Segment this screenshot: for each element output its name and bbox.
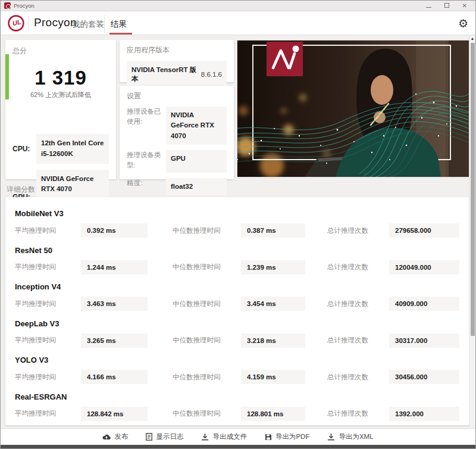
window-bottom-edge [1, 445, 475, 449]
minimize-button[interactable] [426, 3, 431, 9]
median-time-value: 4.159 ms [241, 370, 305, 384]
total-count-value: 279658.000 [389, 223, 459, 238]
show-log-button[interactable]: 显示日志 [146, 432, 183, 441]
download-icon [327, 433, 335, 441]
avg-time-label: 平均推理时间 [15, 300, 81, 308]
save-icon [265, 434, 272, 441]
model-result-block: Inception V4 平均推理时间 3.463 ms 中位数推理时间 3.4… [5, 277, 469, 314]
cpu-value: 12th Gen Intel Core i5-12600K [36, 134, 109, 164]
settings-heading: 设置 [127, 91, 227, 101]
model-name: DeepLab V3 [15, 316, 460, 328]
score-heading: 总分 [12, 46, 109, 56]
procyon-window: Procyon ✕ UL Procyon 我的套装 结果 ⚙ 总分 1 319 … [0, 0, 476, 449]
export-xml-button[interactable]: 导出为XML [327, 432, 373, 441]
maximize-button[interactable] [444, 3, 449, 9]
model-result-block: YOLO V3 平均推理时间 4.166 ms 中位数推理时间 4.159 ms… [5, 351, 469, 388]
app-version-row: NVIDIA TensorRT 版本 8.6.1.6 [127, 61, 227, 88]
hero-image [237, 40, 469, 177]
total-count-value: 1392.000 [389, 407, 459, 421]
ai-logo-icon [267, 42, 303, 76]
avg-time-value: 0.392 ms [81, 223, 148, 238]
model-name: MobileNet V3 [15, 205, 460, 218]
inference-device-value: NVIDIA GeForce RTX 4070 [166, 107, 227, 145]
settings-row-device-type: 推理设备类型: GPU [127, 150, 227, 173]
publish-button[interactable]: 发布 [102, 432, 128, 441]
settings-row-device: 推理设备已使用: NVIDIA GeForce RTX 4070 [127, 107, 227, 145]
avg-time-value: 1.244 ms [81, 260, 148, 275]
model-name: ResNet 50 [15, 242, 460, 255]
settings-row-precision: 精度: float32 [127, 178, 227, 195]
export-file-button[interactable]: 导出成文件 [201, 432, 247, 441]
model-name: Inception V4 [15, 279, 460, 291]
scrollbar-up-button[interactable]: ▲ [470, 36, 475, 41]
close-button[interactable]: ✕ [462, 3, 467, 9]
avg-time-value: 4.166 ms [81, 370, 148, 384]
median-time-label: 中位数推理时间 [173, 263, 241, 272]
app-version-value: 8.6.1.6 [201, 71, 222, 78]
total-count-value: 30317.000 [389, 333, 459, 348]
avg-time-value: 128.842 ms [81, 407, 148, 421]
gpu-line1: NVIDIA GeForce RTX 4070 [41, 174, 104, 195]
total-count-label: 总计推理次数 [327, 336, 389, 345]
tab-separator [104, 15, 105, 33]
median-time-label: 中位数推理时间 [173, 336, 241, 345]
app-version-name: NVIDIA TensorRT 版本 [131, 66, 201, 83]
avg-time-value: 3.463 ms [81, 297, 148, 311]
app-version-panel: 应用程序版本 NVIDIA TensorRT 版本 8.6.1.6 [120, 40, 234, 82]
device-type-value: GPU [166, 150, 227, 173]
svg-text:UL: UL [12, 18, 22, 27]
tab-results[interactable]: 结果 [111, 19, 127, 30]
model-result-block: MobileNet V3 平均推理时间 0.392 ms 中位数推理时间 0.3… [5, 204, 469, 241]
total-count-label: 总计推理次数 [327, 263, 389, 272]
median-time-value: 1.239 ms [241, 260, 305, 275]
score-panel: 总分 1 319 62% 上次测试后降低 CPU: 12th Gen Intel… [5, 40, 116, 179]
total-count-label: 总计推理次数 [327, 226, 389, 235]
device-type-label: 推理设备类型: [127, 150, 166, 173]
median-time-value: 3.454 ms [241, 297, 305, 311]
avg-time-label: 平均推理时间 [15, 373, 81, 382]
avg-time-label: 平均推理时间 [15, 409, 81, 418]
total-count-label: 总计推理次数 [327, 409, 389, 418]
titlebar: Procyon ✕ [1, 1, 475, 11]
median-time-label: 中位数推理时间 [173, 373, 241, 382]
titlebar-title: Procyon [14, 2, 426, 9]
model-result-block: Real-ESRGAN 平均推理时间 128.842 ms 中位数推理时间 12… [5, 388, 469, 425]
brand-title: Procyon [34, 16, 77, 29]
settings-gear-icon[interactable]: ⚙ [458, 16, 468, 30]
median-time-label: 中位数推理时间 [173, 226, 241, 235]
model-name: Real-ESRGAN [15, 389, 460, 401]
export-pdf-button[interactable]: 导出为PDF [265, 432, 310, 441]
active-tab-underline [109, 33, 132, 35]
median-time-value: 0.387 ms [241, 223, 305, 238]
scrollbar-thumb[interactable] [471, 43, 475, 336]
ul-logo-icon: UL [8, 15, 24, 32]
avg-time-label: 平均推理时间 [15, 226, 81, 235]
median-time-label: 中位数推理时间 [173, 409, 241, 418]
scrollbar[interactable]: ▲ [469, 35, 475, 425]
model-result-block: DeepLab V3 平均推理时间 3.265 ms 中位数推理时间 3.218… [5, 314, 469, 351]
detail-heading: 详细分数 [7, 185, 35, 195]
cpu-row: CPU: 12th Gen Intel Core i5-12600K [12, 134, 109, 164]
precision-value: float32 [166, 178, 227, 195]
log-file-icon [146, 433, 152, 441]
total-count-value: 30456.000 [389, 370, 459, 384]
download-icon [201, 433, 209, 441]
app-version-heading: 应用程序版本 [127, 45, 227, 55]
score-value: 1 319 [12, 67, 109, 89]
model-result-block: ResNet 50 平均推理时间 1.244 ms 中位数推理时间 1.239 … [5, 241, 469, 278]
score-grade-bar [5, 54, 9, 99]
precision-label: 精度: [127, 178, 166, 195]
detail-panel: MobileNet V3 平均推理时间 0.392 ms 中位数推理时间 0.3… [5, 197, 469, 425]
app-icon [4, 2, 11, 9]
tab-my-suites[interactable]: 我的套装 [72, 19, 104, 30]
median-time-value: 3.218 ms [241, 333, 305, 348]
settings-panel: 设置 推理设备已使用: NVIDIA GeForce RTX 4070 推理设备… [120, 86, 234, 179]
footer-toolbar: 发布 显示日志 导出成文件 导出为PDF 导出为XML [1, 428, 475, 445]
score-delta: 62% 上次测试后降低 [12, 91, 109, 99]
total-count-value: 40909.000 [389, 297, 459, 311]
avg-time-value: 3.265 ms [81, 333, 148, 348]
model-name: YOLO V3 [15, 352, 460, 364]
avg-time-label: 平均推理时间 [15, 263, 81, 272]
brand-separator [29, 16, 29, 30]
cpu-label: CPU: [12, 145, 36, 153]
